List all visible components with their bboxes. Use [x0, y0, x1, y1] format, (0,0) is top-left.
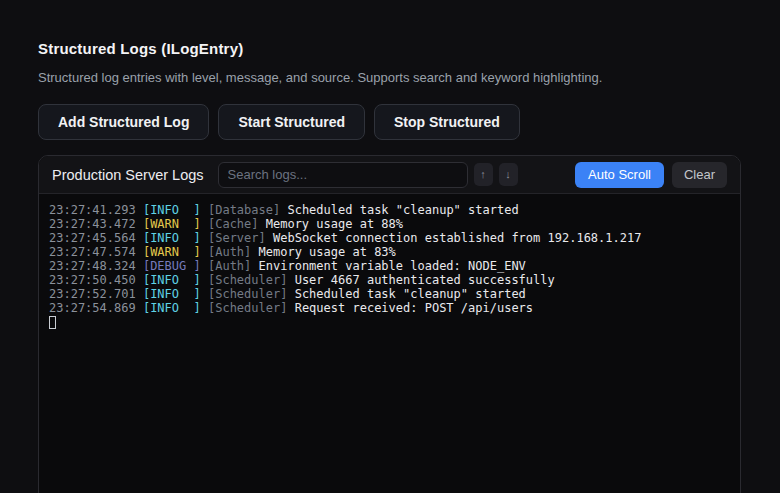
log-panel: Production Server Logs ↑ ↓ Auto Scroll C… [38, 155, 741, 493]
log-level: [WARN ] [143, 217, 208, 231]
auto-scroll-button[interactable]: Auto Scroll [575, 162, 664, 188]
cursor-line [49, 315, 730, 332]
log-level: [INFO ] [143, 273, 208, 287]
log-message: Scheduled task "cleanup" started [287, 203, 518, 217]
page: Structured Logs (ILogEntry) Structured l… [0, 0, 780, 493]
log-message: Memory usage at 88% [266, 217, 403, 231]
panel-title: Production Server Logs [52, 167, 204, 183]
log-timestamp: 23:27:47.574 [49, 245, 143, 259]
log-message: Environment variable loaded: NODE_ENV [259, 259, 526, 273]
prev-match-button[interactable]: ↑ [474, 163, 493, 186]
log-source: [Auth] [208, 245, 259, 259]
log-message: Request received: POST /api/users [295, 301, 533, 315]
log-timestamp: 23:27:52.701 [49, 287, 143, 301]
start-structured-button[interactable]: Start Structured [218, 104, 365, 140]
log-level: [INFO ] [143, 203, 208, 217]
clear-button[interactable]: Clear [672, 162, 727, 188]
stop-structured-button[interactable]: Stop Structured [374, 104, 520, 140]
terminal-cursor-icon [49, 316, 56, 329]
log-line: 23:27:52.701 [INFO ] [Scheduler] Schedul… [49, 287, 730, 301]
log-line: 23:27:48.324 [DEBUG ] [Auth] Environment… [49, 259, 730, 273]
log-panel-header: Production Server Logs ↑ ↓ Auto Scroll C… [39, 156, 740, 194]
actions-row: Add Structured Log Start Structured Stop… [38, 104, 742, 140]
log-timestamp: 23:27:41.293 [49, 203, 143, 217]
add-structured-log-button[interactable]: Add Structured Log [38, 104, 209, 140]
log-timestamp: 23:27:54.869 [49, 301, 143, 315]
page-title: Structured Logs (ILogEntry) [38, 40, 742, 57]
log-source: [Database] [208, 203, 287, 217]
log-lines: 23:27:41.293 [INFO ] [Database] Schedule… [49, 203, 730, 315]
log-source: [Scheduler] [208, 301, 295, 315]
log-message: Scheduled task "cleanup" started [295, 287, 526, 301]
log-message: Memory usage at 83% [259, 245, 396, 259]
log-level: [INFO ] [143, 287, 208, 301]
log-source: [Scheduler] [208, 273, 295, 287]
log-timestamp: 23:27:48.324 [49, 259, 143, 273]
log-timestamp: 23:27:45.564 [49, 231, 143, 245]
log-source: [Scheduler] [208, 287, 295, 301]
log-source: [Auth] [208, 259, 259, 273]
log-level: [INFO ] [143, 301, 208, 315]
log-line: 23:27:41.293 [INFO ] [Database] Schedule… [49, 203, 730, 217]
log-level: [INFO ] [143, 231, 208, 245]
log-message: User 4667 authenticated successfully [295, 273, 555, 287]
log-source: [Server] [208, 231, 273, 245]
log-line: 23:27:47.574 [WARN ] [Auth] Memory usage… [49, 245, 730, 259]
log-line: 23:27:54.869 [INFO ] [Scheduler] Request… [49, 301, 730, 315]
log-line: 23:27:45.564 [INFO ] [Server] WebSocket … [49, 231, 730, 245]
log-level: [WARN ] [143, 245, 208, 259]
arrow-down-icon: ↓ [505, 168, 511, 180]
next-match-button[interactable]: ↓ [499, 163, 518, 186]
log-output[interactable]: 23:27:41.293 [INFO ] [Database] Schedule… [39, 194, 740, 493]
arrow-up-icon: ↑ [480, 168, 486, 180]
log-line: 23:27:50.450 [INFO ] [Scheduler] User 46… [49, 273, 730, 287]
log-timestamp: 23:27:43.472 [49, 217, 143, 231]
log-source: [Cache] [208, 217, 266, 231]
search-input[interactable] [218, 162, 468, 188]
log-level: [DEBUG ] [143, 259, 208, 273]
log-line: 23:27:43.472 [WARN ] [Cache] Memory usag… [49, 217, 730, 231]
log-timestamp: 23:27:50.450 [49, 273, 143, 287]
page-subtitle: Structured log entries with level, messa… [38, 70, 742, 85]
log-message: WebSocket connection established from 19… [273, 231, 641, 245]
